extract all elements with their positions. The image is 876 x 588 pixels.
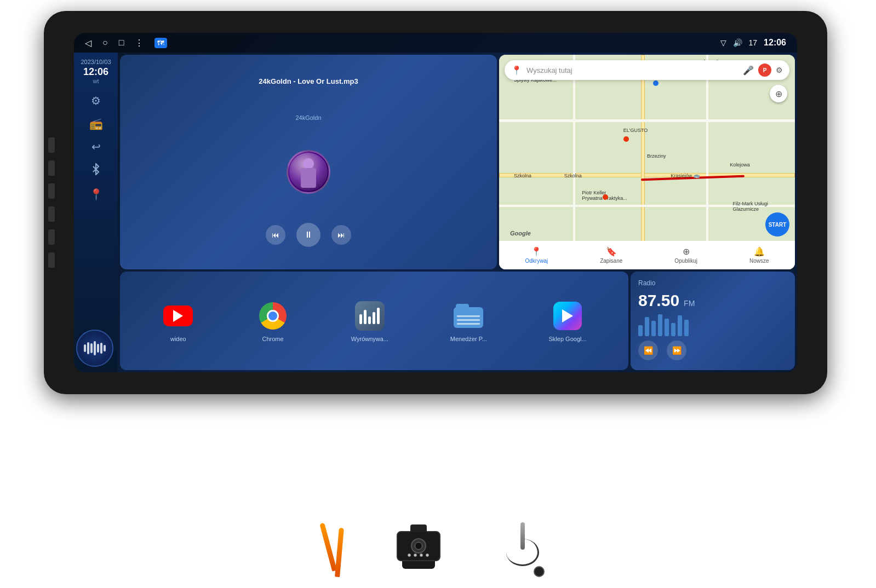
playstore-triangle-icon [562, 309, 573, 322]
app-label-chrome: Chrome [262, 336, 283, 342]
app-video[interactable]: wideo [162, 299, 194, 342]
screen-bezel: ◁ ○ □ ⋮ 🗺 ▽ 🔊 17 12:06 2023 [74, 33, 797, 372]
discover-icon: 📍 [531, 246, 542, 257]
map-location-button[interactable]: ⊕ [770, 85, 787, 102]
app-label-equalizer: Wyrównywa... [351, 336, 388, 342]
map-start-button[interactable]: START [765, 212, 789, 237]
more-icon[interactable]: ⋮ [135, 38, 144, 48]
map-nav-odkrywaj[interactable]: 📍 Odkrywaj [525, 246, 548, 264]
playstore-icon-wrapper [551, 299, 584, 332]
eq-bar-7 [678, 315, 682, 336]
music-track-name: 24kGoldn - Love Or Lust.mp3 [259, 77, 358, 85]
side-btn-4[interactable] [48, 206, 55, 222]
radio-equalizer [638, 314, 689, 336]
camera-lens [411, 538, 426, 554]
eq-bar-6 [671, 323, 675, 336]
map-nav-zapisane[interactable]: 🔖 Zapisane [600, 246, 622, 264]
map-avatar[interactable]: P [758, 64, 771, 77]
side-btn-3[interactable] [48, 183, 55, 199]
map-terrain: Kajaki Krasierika -Spływy Kajakowe... Da… [499, 55, 795, 269]
map-bottom-bar: 📍 Odkrywaj 🔖 Zapisane ⊕ Opublikuj [499, 241, 795, 269]
eq-bar-2 [645, 317, 649, 336]
radio-controls: ⏪ ⏩ [638, 341, 787, 360]
nav-label-odkrywaj: Odkrywaj [525, 258, 548, 264]
apps-panel: wideo Chrome [120, 272, 628, 370]
fm-body [454, 307, 483, 328]
map-mic-icon[interactable]: 🎤 [743, 65, 754, 76]
aux-cable-accessory [495, 522, 550, 577]
nav-label-nowsze: Nowsze [749, 258, 769, 264]
radio-frequency-row: 87.50 FM [638, 291, 787, 310]
app-filemanager[interactable]: Menedżer P... [450, 299, 487, 342]
settings-sidebar-icon[interactable]: ⚙ [91, 94, 101, 107]
radio-label: Radio [638, 279, 787, 287]
filemanager-icon-wrapper [452, 299, 485, 332]
map-nav-opublikuj[interactable]: ⊕ Opublikuj [674, 246, 697, 264]
next-track-button[interactable]: ⏭ [331, 225, 351, 245]
map-road-v2 [573, 55, 575, 269]
back-icon[interactable]: ◁ [85, 38, 91, 48]
playstore-icon [553, 302, 582, 330]
status-bar: ◁ ○ □ ⋮ 🗺 ▽ 🔊 17 12:06 [74, 33, 797, 53]
map-road-h2 [499, 119, 795, 122]
map-label-krasiejow: Krasiejów 🚌 [671, 173, 700, 178]
map-pin-2 [653, 80, 659, 86]
side-btn-5[interactable] [48, 229, 55, 245]
eq-bar-5 [665, 319, 669, 336]
map-nav-nowsze[interactable]: 🔔 Nowsze [749, 246, 769, 264]
wifi-icon: ▽ [720, 38, 726, 47]
app-playstore[interactable]: Sklep Googl... [549, 299, 587, 342]
app-label-filemanager: Menedżer P... [450, 336, 487, 342]
filemanager-icon [454, 304, 483, 328]
audio-bar-5 [97, 344, 99, 353]
map-label-szkolna1: Szkolna [514, 173, 531, 178]
audio-bar-7 [104, 345, 106, 351]
radio-prev-button[interactable]: ⏪ [638, 341, 658, 360]
left-sidebar: 2023/10/03 12:06 wt ⚙ 📻 ↩ 📍 [74, 53, 118, 372]
home-icon[interactable]: ○ [102, 38, 108, 48]
side-btn-6[interactable] [48, 252, 55, 268]
accessories-section [327, 522, 550, 577]
led-2 [414, 554, 417, 557]
eq-bar-1 [638, 325, 643, 336]
audio-bar-6 [100, 343, 102, 354]
radio-next-button[interactable]: ⏩ [667, 341, 686, 360]
camera-mount-top [410, 524, 427, 532]
audio-widget[interactable] [76, 330, 113, 367]
recents-icon[interactable]: □ [119, 38, 124, 48]
map-search-text: Wyszukaj tutaj [526, 66, 738, 74]
camera-body [397, 531, 440, 561]
location-sidebar-icon[interactable]: 📍 [89, 188, 103, 201]
equalizer-icon-bg [355, 301, 385, 331]
audio-bars [84, 341, 106, 355]
status-bar-left: ◁ ○ □ ⋮ 🗺 [85, 38, 167, 48]
app-label-playstore: Sklep Googl... [549, 336, 587, 342]
pry-stick-2 [335, 528, 344, 577]
android-screen: ◁ ○ □ ⋮ 🗺 ▽ 🔊 17 12:06 2023 [74, 33, 797, 372]
map-label-filz: Filz-Mark UsługiGlazurnicze [733, 201, 769, 212]
map-road-v1 [641, 55, 645, 269]
side-btn-1[interactable] [48, 137, 55, 153]
app-equalizer[interactable]: Wyrównywa... [351, 299, 388, 342]
prev-track-button[interactable]: ⏮ [266, 225, 285, 245]
fm-line-3 [457, 323, 480, 325]
music-panel: 24kGoldn - Love Or Lust.mp3 24kGoldn [120, 55, 497, 269]
map-settings-icon[interactable]: ⚙ [776, 66, 783, 74]
video-icon-wrapper [162, 299, 194, 332]
back-sidebar-icon[interactable]: ↩ [91, 140, 101, 153]
app-label-video: wideo [170, 336, 186, 342]
camera-leds [408, 554, 429, 557]
app-chrome[interactable]: Chrome [256, 299, 289, 342]
audio-bar-3 [90, 343, 93, 353]
chrome-inner [267, 310, 279, 322]
maps-icon[interactable]: 🗺 [154, 38, 167, 48]
pause-button[interactable]: ⏸ [296, 223, 320, 247]
eq-bar-8 [684, 320, 689, 336]
radio-sidebar-icon[interactable]: 📻 [89, 117, 103, 130]
map-panel: Kajaki Krasierika -Spływy Kajakowe... Da… [499, 55, 795, 269]
map-search-bar[interactable]: 📍 Wyszukaj tutaj 🎤 P ⚙ [505, 60, 789, 80]
side-btn-2[interactable] [48, 160, 55, 176]
map-label-elgusto: EL'GUSTO [623, 128, 648, 133]
album-art-inner [289, 153, 328, 191]
bluetooth-sidebar-icon[interactable] [91, 163, 101, 178]
